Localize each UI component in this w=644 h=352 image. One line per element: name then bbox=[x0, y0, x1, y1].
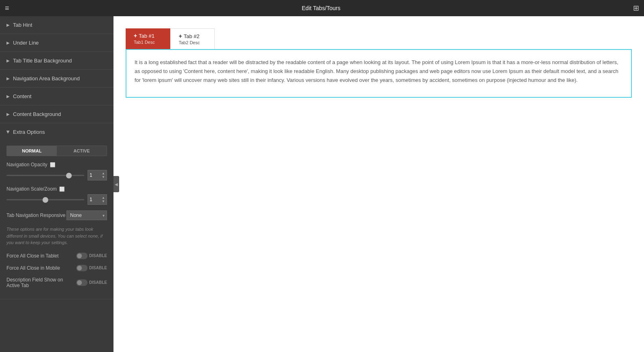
sidebar-section-content: ▶ Content bbox=[0, 88, 113, 105]
sidebar-item-tab-hint[interactable]: ▶ Tab Hint bbox=[0, 16, 113, 34]
chevron-icon-content-bg: ▶ bbox=[6, 112, 10, 116]
responsive-row: Tab Navigation Responsive None Mobile Ta… bbox=[6, 210, 107, 220]
nav-opacity-label: Navigation Opacity ⬜ bbox=[6, 162, 107, 167]
nav-opacity-track bbox=[6, 175, 84, 176]
nav-scale-label: Navigation Scale/Zoom ⬜ bbox=[6, 186, 107, 192]
nav-opacity-spinner[interactable]: ▲▼ bbox=[102, 172, 105, 179]
nav-scale-slider[interactable] bbox=[6, 199, 84, 200]
chevron-icon-under-line: ▶ bbox=[6, 41, 10, 45]
content-area: + Tab #1 Tab1 Desc + Tab #2 Tab2 Desc It… bbox=[113, 16, 644, 352]
sidebar-item-content-bg[interactable]: ▶ Content Background bbox=[0, 105, 113, 123]
force-tablet-disable-label: DISABLE bbox=[89, 253, 107, 258]
sidebar-item-content[interactable]: ▶ Content bbox=[0, 88, 113, 105]
responsive-label: Tab Navigation Responsive bbox=[6, 212, 65, 218]
desc-field-row: Description Field Show on Active Tab DIS… bbox=[6, 277, 107, 288]
sidebar-item-tab-title-bar-bg[interactable]: ▶ Tab Title Bar Background bbox=[0, 52, 113, 69]
force-tablet-toggle-circle[interactable] bbox=[76, 253, 88, 259]
force-mobile-row: Force All Close in Mobile DISABLE bbox=[6, 265, 107, 271]
grid-icon[interactable]: ⊞ bbox=[633, 4, 639, 13]
force-mobile-toggle-circle[interactable] bbox=[76, 265, 88, 271]
tab-1-title: Tab #1 bbox=[139, 33, 154, 39]
tab-1[interactable]: + Tab #1 Tab1 Desc bbox=[126, 28, 170, 49]
tab-2-title: Tab #2 bbox=[184, 33, 199, 39]
content-box: It is a long established fact that a rea… bbox=[126, 49, 632, 98]
sidebar-item-extra-options[interactable]: ▶ Extra Options bbox=[0, 123, 113, 141]
active-toggle-btn[interactable]: ACTIVE bbox=[57, 146, 107, 156]
desc-field-toggle[interactable]: DISABLE bbox=[76, 279, 107, 286]
chevron-icon-extra-options: ▶ bbox=[6, 131, 11, 134]
sidebar-section-tab-title-bar-bg: ▶ Tab Title Bar Background bbox=[0, 52, 113, 70]
tab-1-title-row: + Tab #1 bbox=[134, 32, 154, 39]
normal-toggle-btn[interactable]: NORMAL bbox=[7, 146, 57, 156]
content-lorem-text: It is a long established fact that a rea… bbox=[135, 58, 623, 85]
hint-text: These options are for making your tabs l… bbox=[6, 226, 107, 246]
tab-2-title-row: + Tab #2 bbox=[179, 33, 199, 39]
sidebar-section-under-line: ▶ Under Line bbox=[0, 34, 113, 52]
tab-2-plus-icon: + bbox=[179, 33, 182, 39]
nav-scale-thumb[interactable] bbox=[43, 197, 48, 203]
force-mobile-label: Force All Close in Mobile bbox=[6, 265, 76, 271]
nav-opacity-slider-row: 1 ▲▼ bbox=[6, 170, 107, 180]
nav-opacity-value-box[interactable]: 1 ▲▼ bbox=[88, 170, 107, 180]
chevron-icon-tab-title-bar: ▶ bbox=[6, 58, 10, 63]
desc-field-toggle-circle[interactable] bbox=[76, 279, 88, 286]
nav-scale-slider-row: 1 ▲▼ bbox=[6, 194, 107, 205]
nav-scale-track bbox=[6, 199, 84, 200]
normal-active-toggle: NORMAL ACTIVE bbox=[6, 146, 107, 156]
chevron-icon-nav-area: ▶ bbox=[6, 76, 10, 81]
responsive-select-wrapper: None Mobile Tablet Both bbox=[66, 210, 107, 220]
force-tablet-label: Force All Close in Tablet bbox=[6, 253, 76, 259]
nav-opacity-thumb[interactable] bbox=[66, 173, 72, 178]
desc-field-disable-label: DISABLE bbox=[89, 280, 107, 285]
sidebar-item-under-line[interactable]: ▶ Under Line bbox=[0, 34, 113, 52]
nav-opacity-slider[interactable] bbox=[6, 175, 84, 176]
force-mobile-disable-label: DISABLE bbox=[89, 266, 107, 270]
sidebar: ▶ Tab Hint ▶ Under Line ▶ Tab Title Bar … bbox=[0, 16, 113, 352]
force-tablet-toggle[interactable]: DISABLE bbox=[76, 253, 107, 259]
menu-icon[interactable]: ≡ bbox=[5, 4, 9, 13]
monitor-icon-opacity: ⬜ bbox=[50, 162, 56, 167]
top-bar: ≡ Edit Tabs/Tours ⊞ bbox=[0, 0, 644, 16]
tab-2[interactable]: + Tab #2 Tab2 Desc bbox=[170, 28, 215, 49]
tab-1-plus-icon: + bbox=[134, 32, 137, 39]
extra-options-panel: NORMAL ACTIVE Navigation Opacity ⬜ 1 bbox=[0, 141, 113, 299]
main-layout: ▶ Tab Hint ▶ Under Line ▶ Tab Title Bar … bbox=[0, 16, 644, 352]
sidebar-section-nav-area-bg: ▶ Navigation Area Background bbox=[0, 70, 113, 88]
sidebar-section-extra-options: ▶ Extra Options NORMAL ACTIVE Navigation… bbox=[0, 123, 113, 299]
tab-2-desc: Tab2 Desc bbox=[179, 40, 200, 45]
force-tablet-row: Force All Close in Tablet DISABLE bbox=[6, 253, 107, 259]
tab-1-desc: Tab1 Desc bbox=[134, 40, 155, 45]
chevron-icon-tab-hint: ▶ bbox=[6, 23, 10, 27]
nav-scale-spinner[interactable]: ▲▼ bbox=[102, 196, 105, 203]
nav-scale-value-box[interactable]: 1 ▲▼ bbox=[88, 194, 107, 205]
responsive-select[interactable]: None Mobile Tablet Both bbox=[66, 210, 107, 220]
sidebar-collapse-handle[interactable]: ◀ bbox=[113, 176, 119, 192]
force-mobile-toggle[interactable]: DISABLE bbox=[76, 265, 107, 271]
page-title: Edit Tabs/Tours bbox=[302, 5, 340, 11]
tabs-preview: + Tab #1 Tab1 Desc + Tab #2 Tab2 Desc bbox=[126, 28, 632, 49]
chevron-icon-content: ▶ bbox=[6, 94, 10, 99]
sidebar-item-nav-area-bg[interactable]: ▶ Navigation Area Background bbox=[0, 70, 113, 87]
monitor-icon-scale: ⬜ bbox=[59, 187, 65, 192]
desc-field-label: Description Field Show on Active Tab bbox=[6, 277, 76, 288]
sidebar-section-tab-hint: ▶ Tab Hint bbox=[0, 16, 113, 34]
sidebar-section-content-bg: ▶ Content Background bbox=[0, 105, 113, 123]
